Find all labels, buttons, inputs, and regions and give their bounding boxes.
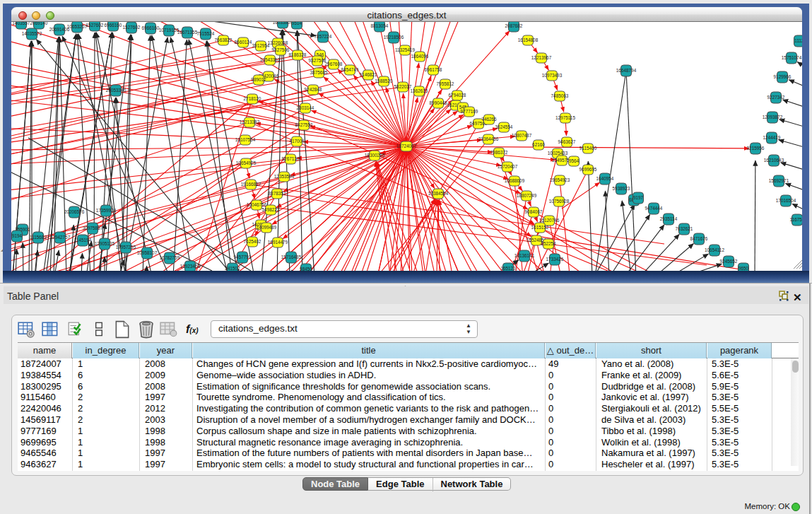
svg-text:9457791: 9457791 [234, 255, 252, 259]
svg-text:9564: 9564 [569, 158, 579, 163]
svg-text:9474444: 9474444 [645, 206, 663, 211]
svg-text:98450: 98450 [300, 267, 312, 271]
svg-text:8660124: 8660124 [235, 40, 252, 45]
svg-text:10756928: 10756928 [549, 199, 570, 204]
svg-text:5938923: 5938923 [613, 186, 630, 191]
svg-text:9129966: 9129966 [774, 74, 792, 79]
svg-text:16648794: 16648794 [616, 68, 637, 73]
svg-text:16210643: 16210643 [764, 158, 784, 163]
svg-text:9650: 9650 [739, 266, 749, 271]
svg-text:7632621: 7632621 [676, 226, 693, 231]
svg-text:6966160: 6966160 [142, 25, 160, 30]
svg-text:16120746: 16120746 [539, 218, 560, 223]
svg-text:12923468: 12923468 [180, 264, 201, 269]
svg-text:6794028: 6794028 [449, 93, 466, 98]
svg-text:10973493: 10973493 [542, 73, 563, 78]
svg-text:10025433: 10025433 [548, 151, 568, 156]
svg-text:12975115: 12975115 [555, 115, 575, 120]
svg-text:1145194: 1145194 [74, 238, 92, 243]
svg-text:8454749: 8454749 [341, 67, 359, 72]
svg-text:5498222: 5498222 [262, 207, 280, 212]
svg-text:1115682: 1115682 [30, 235, 47, 240]
svg-text:14136141: 14136141 [514, 253, 535, 258]
svg-text:1615152: 1615152 [531, 225, 549, 230]
svg-text:252254: 252254 [541, 241, 556, 246]
svg-text:2069140: 2069140 [30, 22, 48, 25]
svg-text:12905135: 12905135 [95, 241, 115, 246]
svg-text:16154808: 16154808 [518, 37, 539, 42]
svg-text:16033809: 16033809 [273, 22, 293, 25]
svg-text:9699695: 9699695 [579, 167, 597, 172]
svg-text:8186328: 8186328 [289, 52, 307, 57]
svg-text:8215956: 8215956 [747, 146, 765, 151]
svg-text:21364436: 21364436 [478, 136, 499, 141]
svg-text:9146821: 9146821 [360, 72, 377, 77]
svg-text:10654925: 10654925 [236, 160, 257, 165]
svg-text:10654112: 10654112 [705, 247, 724, 252]
svg-text:989012: 989012 [251, 77, 266, 82]
svg-text:9463627: 9463627 [558, 139, 576, 144]
svg-text:2967608: 2967608 [325, 62, 343, 66]
svg-text:18724007: 18724007 [396, 144, 417, 148]
svg-text:19384554: 19384554 [428, 191, 449, 196]
svg-text:10653267: 10653267 [67, 24, 88, 29]
svg-text:18300295: 18300295 [365, 153, 385, 158]
svg-text:7485063: 7485063 [551, 93, 569, 98]
svg-text:9242848: 9242848 [305, 87, 322, 92]
svg-text:19166827: 19166827 [241, 182, 261, 187]
svg-text:417004: 417004 [289, 139, 305, 144]
svg-text:14035572: 14035572 [22, 31, 42, 36]
svg-text:19654923: 19654923 [550, 177, 570, 182]
svg-text:2087682: 2087682 [505, 23, 523, 28]
svg-text:9115460: 9115460 [579, 146, 597, 151]
svg-text:16914479: 16914479 [268, 240, 288, 245]
svg-text:116753: 116753 [790, 217, 802, 222]
svg-text:1588520: 1588520 [375, 78, 393, 83]
svg-text:17016504: 17016504 [776, 198, 796, 203]
svg-text:12353594: 12353594 [274, 174, 295, 179]
svg-text:12213382: 12213382 [240, 119, 260, 124]
svg-text:2803144: 2803144 [297, 105, 314, 110]
svg-text:3875685: 3875685 [310, 70, 328, 75]
svg-text:1244419: 1244419 [763, 135, 781, 140]
svg-text:10688609: 10688609 [505, 178, 525, 183]
svg-text:29053346: 29053346 [106, 88, 126, 93]
svg-text:2935114: 2935114 [660, 216, 678, 221]
svg-text:9197: 9197 [633, 195, 644, 200]
svg-text:17957255: 17957255 [116, 245, 136, 250]
svg-text:8427552: 8427552 [295, 122, 313, 127]
svg-text:15751074: 15751074 [782, 55, 802, 60]
svg-text:11325419: 11325419 [395, 47, 415, 52]
svg-text:9777169: 9777169 [461, 109, 478, 114]
svg-text:30975867: 30975867 [83, 226, 103, 230]
svg-text:15692971: 15692971 [769, 178, 789, 183]
svg-text:9327506: 9327506 [272, 47, 290, 52]
svg-text:2718120: 2718120 [244, 96, 261, 101]
svg-text:165123: 165123 [500, 266, 516, 271]
svg-text:7857224: 7857224 [314, 34, 332, 39]
svg-text:3624554: 3624554 [495, 124, 513, 129]
svg-text:7663822: 7663822 [215, 37, 233, 42]
svg-text:12942757: 12942757 [50, 235, 71, 240]
svg-text:62160: 62160 [532, 142, 545, 147]
svg-text:16782759: 16782759 [160, 255, 180, 260]
svg-text:10807487: 10807487 [512, 133, 532, 138]
svg-text:15720407: 15720407 [498, 164, 518, 169]
svg-text:20206576: 20206576 [64, 209, 85, 214]
svg-text:1527602: 1527602 [123, 25, 141, 30]
svg-text:10958107: 10958107 [137, 250, 158, 255]
svg-text:8990448: 8990448 [430, 100, 447, 105]
svg-text:7515524: 7515524 [197, 31, 215, 36]
svg-text:14099489: 14099489 [257, 225, 277, 230]
svg-text:6966160: 6966160 [105, 23, 122, 28]
svg-text:5822037: 5822037 [394, 84, 412, 89]
svg-text:1864096: 1864096 [411, 54, 429, 59]
svg-text:746266: 746266 [481, 117, 497, 122]
svg-text:19218506: 19218506 [384, 35, 404, 40]
svg-text:13226058: 13226058 [268, 40, 288, 45]
svg-text:7955812: 7955812 [437, 81, 454, 86]
svg-text:8267130: 8267130 [282, 156, 300, 161]
svg-text:8471676: 8471676 [690, 236, 708, 241]
svg-text:6961758: 6961758 [425, 67, 442, 72]
svg-text:16671355: 16671355 [177, 30, 198, 35]
